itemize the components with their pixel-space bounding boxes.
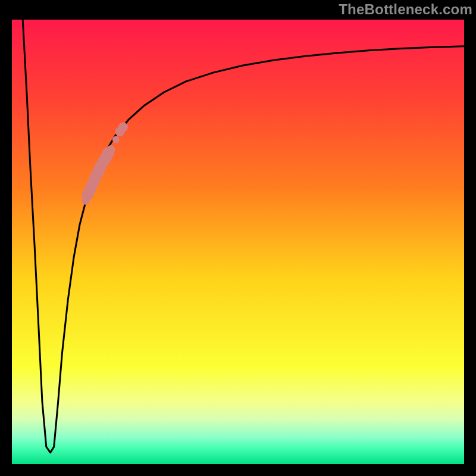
highlight-dot <box>107 145 115 154</box>
highlight-dot <box>118 123 128 132</box>
bottleneck-chart <box>0 0 476 476</box>
chart-stage: TheBottleneck.com <box>0 0 476 476</box>
chart-gradient-bg <box>12 20 464 464</box>
watermark-text: TheBottleneck.com <box>339 1 472 18</box>
highlight-dot <box>112 136 120 143</box>
